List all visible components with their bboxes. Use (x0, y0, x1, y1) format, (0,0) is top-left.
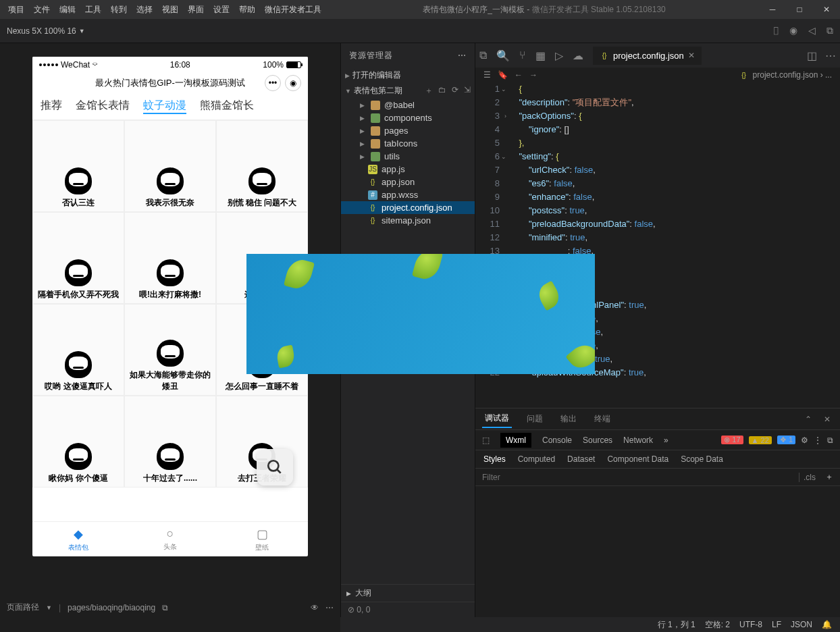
tab-sources[interactable]: Sources (583, 436, 612, 445)
file-node[interactable]: {}sitemap.json (341, 214, 475, 227)
more-icon[interactable]: ⋯ (825, 49, 836, 62)
list-icon[interactable]: ☰ (483, 70, 491, 80)
category-tab[interactable]: 金馆长表情 (76, 99, 130, 114)
new-file-icon[interactable]: ＋ (425, 85, 433, 97)
nav-item[interactable]: ○头条 (124, 522, 216, 556)
collapse-icon[interactable]: ⇲ (464, 85, 471, 97)
folder-node[interactable]: ▶@babel (341, 99, 475, 111)
emoji-cell[interactable]: 哎哟 这傻逼真吓人 (32, 304, 124, 396)
record-icon[interactable]: ◉ (789, 25, 797, 36)
eye-icon[interactable]: 👁 (311, 603, 319, 612)
folder-node[interactable]: ▶components (341, 111, 475, 124)
dock-icon[interactable]: ⧉ (827, 436, 833, 445)
gear-icon[interactable]: ⚙ (801, 436, 808, 445)
emoji-cell[interactable]: 如果大海能够带走你的矮丑 (124, 304, 216, 396)
menu-item[interactable]: 视图 (158, 2, 182, 18)
add-rule-icon[interactable]: ＋ (820, 471, 833, 483)
nav-item[interactable]: ◆表情包 (32, 522, 124, 556)
emoji-cell[interactable]: 十年过去了...... (124, 396, 216, 488)
styles-tab[interactable]: Computed (518, 454, 555, 464)
cloud-icon[interactable]: ☁ (573, 49, 583, 62)
ext-icon[interactable]: ▦ (535, 49, 546, 62)
category-tab[interactable]: 推荐 (41, 99, 62, 114)
menu-item[interactable]: 转到 (107, 2, 131, 18)
outline-section[interactable]: ▶大纲 (341, 584, 475, 602)
lang-mode[interactable]: JSON (791, 620, 812, 629)
fwd-icon[interactable]: → (529, 70, 537, 80)
tab-network[interactable]: Network (623, 436, 653, 445)
indent[interactable]: 空格: 2 (705, 619, 730, 631)
error-badge[interactable]: ⊗ 17 (721, 436, 743, 444)
emoji-cell[interactable]: 喂!出来打麻将撒! (124, 212, 216, 304)
file-node[interactable]: #app.wxss (341, 188, 475, 201)
warn-badge[interactable]: ▲ 22 (749, 436, 772, 444)
maximize-button[interactable]: □ (786, 0, 813, 19)
editor-tab[interactable]: {}project.config.json✕ (593, 47, 702, 65)
file-node[interactable]: JSapp.js (341, 163, 475, 176)
phone-icon[interactable]: ⌷ (773, 25, 779, 36)
styles-tab[interactable]: Dataset (567, 454, 595, 464)
debug-tab[interactable]: 调试器 (482, 410, 512, 428)
category-tab[interactable]: 熊猫金馆长 (200, 99, 254, 114)
folder-node[interactable]: ▶utils (341, 150, 475, 163)
tab-wxml[interactable]: Wxml (500, 433, 531, 448)
styles-tab[interactable]: Component Data (607, 454, 668, 464)
emoji-cell[interactable]: 隔着手机你又弄不死我 (32, 212, 124, 304)
split-icon[interactable]: ◫ (807, 49, 817, 62)
info-badge[interactable]: ❖ 1 (777, 436, 795, 444)
caret-pos[interactable]: 行 1，列 1 (658, 619, 695, 631)
git-icon[interactable]: ⑂ (519, 49, 526, 61)
debug-tab[interactable]: 问题 (524, 411, 546, 427)
folder-node[interactable]: ▶tabIcons (341, 137, 475, 150)
copy-icon[interactable]: ⧉ (826, 25, 833, 36)
close-debugger-icon[interactable]: ✕ (821, 412, 833, 427)
inspect-icon[interactable]: ⬚ (482, 436, 490, 445)
more-icon[interactable]: ⋯ (325, 603, 334, 612)
new-folder-icon[interactable]: 🗀 (438, 85, 446, 97)
more-button[interactable]: ••• (265, 75, 281, 91)
encoding[interactable]: UTF-8 (739, 620, 762, 629)
project-root-section[interactable]: ▼表情包第二期 ＋ 🗀 ⟳ ⇲ (341, 83, 475, 99)
menu-item[interactable]: 工具 (81, 2, 105, 18)
menu-item[interactable]: 帮助 (235, 2, 259, 18)
bell-icon[interactable]: 🔔 (822, 620, 832, 629)
styles-tab[interactable]: Styles (483, 454, 506, 464)
kebab-icon[interactable]: ⋮ (814, 436, 822, 445)
emoji-cell[interactable]: 瞅你妈 你个傻逼 (32, 396, 124, 488)
eol[interactable]: LF (772, 620, 781, 629)
styles-tab[interactable]: Scope Data (681, 454, 723, 464)
menu-item[interactable]: 选择 (132, 2, 157, 18)
search-icon[interactable]: 🔍 (496, 49, 510, 62)
nav-item[interactable]: ▢壁纸 (216, 522, 308, 556)
category-tab[interactable]: 蚊子动漫 (143, 99, 186, 114)
refresh-icon[interactable]: ⟳ (452, 85, 458, 97)
collapse-debugger-icon[interactable]: ⌃ (802, 412, 814, 427)
menu-item[interactable]: 项目 (4, 2, 28, 18)
debug-tab[interactable]: 终端 (592, 411, 613, 427)
search-fab[interactable] (257, 449, 293, 485)
emoji-cell[interactable]: 我表示很无奈 (124, 120, 216, 212)
back-icon[interactable]: ← (515, 70, 523, 80)
menu-item[interactable]: 设置 (209, 2, 234, 18)
bookmark-icon[interactable]: 🔖 (498, 70, 508, 80)
cls-toggle[interactable]: .cls (799, 473, 820, 482)
filter-input[interactable] (482, 473, 799, 482)
file-node[interactable]: {}app.json (341, 176, 475, 188)
menu-item[interactable]: 文件 (30, 2, 54, 18)
send-icon[interactable]: ◁ (808, 25, 816, 36)
files-icon[interactable]: ⧉ (479, 49, 487, 61)
minimize-button[interactable]: ─ (759, 0, 786, 19)
menu-item[interactable]: 编辑 (55, 2, 80, 18)
close-tab-icon[interactable]: ✕ (688, 51, 695, 60)
folder-node[interactable]: ▶pages (341, 124, 475, 137)
close-button[interactable]: ✕ (813, 0, 840, 19)
debug-tab[interactable]: 输出 (558, 411, 579, 427)
devtools-overflow-icon[interactable]: » (664, 436, 668, 445)
tab-console[interactable]: Console (542, 436, 572, 445)
device-selector[interactable]: Nexus 5X 100% 16▼ (7, 26, 85, 36)
file-node[interactable]: {}project.config.json (341, 201, 475, 214)
open-editors-section[interactable]: ▶打开的编辑器 (341, 68, 475, 83)
copy-path-icon[interactable]: ⧉ (162, 603, 168, 612)
menu-item[interactable]: 界面 (184, 2, 208, 18)
run-icon[interactable]: ▷ (555, 49, 563, 62)
